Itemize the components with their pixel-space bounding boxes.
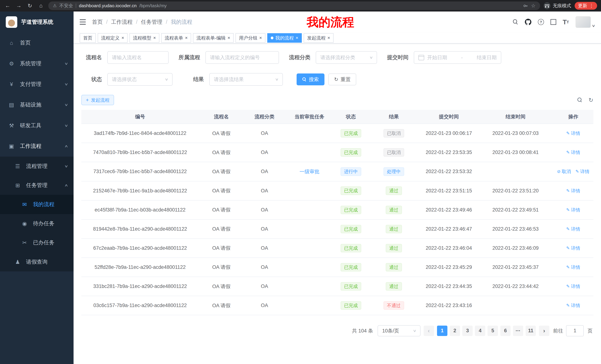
action-cancel-link[interactable]: ⊘取消 (557, 168, 571, 175)
page-more-button[interactable]: ••• (513, 326, 523, 336)
key-icon[interactable] (523, 3, 528, 9)
url-path: /bpm/task/my (139, 3, 167, 8)
result-badge: 已取消 (383, 148, 404, 157)
help-icon[interactable]: ? (538, 19, 544, 25)
close-icon[interactable]: × (121, 36, 124, 40)
address-bar[interactable]: ⚠ 不安全 dashboard.yudao.iocoder.cn/bpm/tas… (48, 1, 540, 10)
status-select[interactable]: 请选择状态 ∨ (107, 73, 172, 86)
status-badge: 已完成 (341, 186, 361, 195)
action-detail-link[interactable]: ✎详情 (566, 149, 580, 155)
action-detail-link[interactable]: ✎详情 (566, 302, 580, 308)
tab-process-model[interactable]: 流程模型× (130, 33, 159, 43)
action-detail-link[interactable]: ✎详情 (566, 283, 580, 289)
update-button[interactable]: 更新 ⋮ (575, 2, 597, 10)
submit-time-range[interactable]: 开始日期 - 结束日期 (414, 51, 501, 64)
goto-page-input[interactable] (566, 325, 584, 336)
refresh-table-icon[interactable]: ↻ (589, 97, 593, 104)
close-icon[interactable]: × (327, 36, 330, 40)
show-search-icon[interactable] (577, 98, 582, 103)
tab-user-group[interactable]: 用户分组× (235, 33, 265, 43)
browser-back-button[interactable]: ← (4, 3, 11, 9)
action-detail-link[interactable]: ✎详情 (566, 207, 580, 213)
tab-process-form[interactable]: 流程表单× (161, 33, 191, 43)
prev-page-button[interactable]: ‹ (424, 326, 434, 336)
reset-button[interactable]: ↻ 重置 (328, 74, 356, 85)
action-detail-link[interactable]: ✎详情 (566, 264, 580, 270)
result-select[interactable]: 请选择流结果 ∨ (209, 73, 283, 86)
close-icon[interactable]: × (153, 36, 156, 40)
sidebar-item-label: 我的流程 (33, 201, 54, 208)
breadcrumb-item[interactable]: 任务管理 (141, 18, 162, 26)
sidebar-item-workflow[interactable]: ▣工作流程∧ (0, 136, 74, 157)
page-button-3[interactable]: 3 (462, 326, 473, 336)
update-label: 更新 (578, 3, 587, 9)
action-detail-link[interactable]: ✎详情 (566, 130, 580, 136)
page-button-4[interactable]: 4 (475, 326, 485, 336)
user-avatar[interactable]: ∨ (576, 16, 595, 28)
close-icon[interactable]: × (185, 36, 188, 40)
breadcrumb-item[interactable]: 首页 (92, 18, 103, 26)
page-size-select[interactable]: 10条/页 ∨ (378, 325, 421, 336)
cell-category: OA (244, 239, 285, 258)
browser-forward-button[interactable]: → (15, 3, 22, 9)
cell-id: 67c2eaab-7b9a-11ec-a290-acde48001122 (81, 239, 199, 258)
cell-result: 通过 (368, 181, 420, 200)
action-detail-link[interactable]: ✎详情 (566, 188, 580, 194)
bookmark-star-icon[interactable]: ☆ (531, 3, 535, 9)
browser-reload-button[interactable]: ↻ (26, 3, 34, 9)
incognito-label: 无痕模式 (553, 3, 571, 9)
sidebar-item-my-process[interactable]: ✉我的流程 (0, 195, 74, 214)
tab-home[interactable]: 首页 (80, 33, 96, 43)
page-button-11[interactable]: 11 (526, 326, 536, 336)
table-row: 3ad174fb-7b9d-11ec-8404-acde48001122OA 请… (81, 124, 593, 143)
sidebar-item-infrastructure[interactable]: ▤基础设施∨ (0, 95, 74, 115)
cell-id: 819442e8-7b9a-11ec-a290-acde48001122 (81, 220, 199, 239)
close-icon[interactable]: × (296, 36, 298, 40)
action-detail-link[interactable]: ✎详情 (566, 226, 580, 232)
cell-category: OA (244, 296, 285, 315)
browser-home-button[interactable]: ⌂ (37, 3, 45, 9)
sidebar-item-task-management[interactable]: ⊞任务管理∧ (0, 176, 74, 195)
cell-status: 已完成 (334, 239, 368, 258)
reset-button-label: 重置 (341, 76, 351, 83)
cell-status: 进行中 (334, 162, 368, 181)
tab-start-process[interactable]: 发起流程× (304, 33, 334, 43)
category-select[interactable]: 请选择流程分类 ∨ (316, 51, 377, 64)
close-icon[interactable]: × (228, 36, 230, 40)
sidebar-item-home[interactable]: ⌂首页 (0, 32, 74, 53)
process-name-input[interactable]: 请输入流程名 (107, 51, 169, 64)
search-button[interactable]: 搜索 (297, 74, 324, 85)
close-icon[interactable]: × (259, 36, 262, 40)
sidebar-item-devtools[interactable]: ⚒研发工具∨ (0, 115, 74, 136)
hamburger-menu-icon[interactable] (80, 19, 86, 25)
logo-image (6, 16, 17, 28)
sidebar-item-payment[interactable]: ¥支付管理∨ (0, 74, 74, 95)
page-button-6[interactable]: 6 (500, 326, 511, 336)
create-process-button[interactable]: + 发起流程 (81, 95, 114, 105)
sidebar-item-leave-query[interactable]: ♟请假查询 (0, 252, 74, 271)
search-icon[interactable] (513, 19, 518, 25)
sidebar-item-system[interactable]: ⚙系统管理∨ (0, 53, 74, 74)
cell-category: OA (244, 124, 285, 143)
page-button-2[interactable]: 2 (450, 326, 460, 336)
page-button-5[interactable]: 5 (488, 326, 498, 336)
sidebar-item-todo-task[interactable]: ◉待办任务 (0, 214, 74, 233)
breadcrumb-item[interactable]: 工作流程 (111, 18, 133, 26)
app-logo[interactable]: 芋道管理系统 (0, 11, 74, 33)
process-key-input[interactable]: 请输入流程定义的编号 (205, 51, 279, 64)
github-icon[interactable] (525, 19, 531, 25)
tab-my-process[interactable]: 我的流程× (267, 33, 302, 43)
action-detail-link[interactable]: ✎详情 (566, 245, 580, 251)
page-annotation: 我的流程 (307, 14, 354, 30)
font-size-icon[interactable]: T (563, 18, 569, 26)
page-button-1[interactable]: 1 (437, 326, 447, 336)
task-link[interactable]: 一级审批 (300, 169, 320, 174)
tab-process-definition[interactable]: 流程定义× (98, 33, 128, 43)
action-detail-link[interactable]: ✎详情 (576, 168, 590, 175)
page-size-value: 10条/页 (382, 327, 399, 334)
sidebar-item-done-task[interactable]: ✂已办任务 (0, 233, 74, 252)
sidebar-item-process-management[interactable]: ☰流程管理∨ (0, 157, 74, 176)
next-page-button[interactable]: › (539, 326, 549, 336)
tab-process-form-edit[interactable]: 流程表单-编辑× (193, 33, 234, 43)
fullscreen-icon[interactable] (551, 19, 556, 25)
